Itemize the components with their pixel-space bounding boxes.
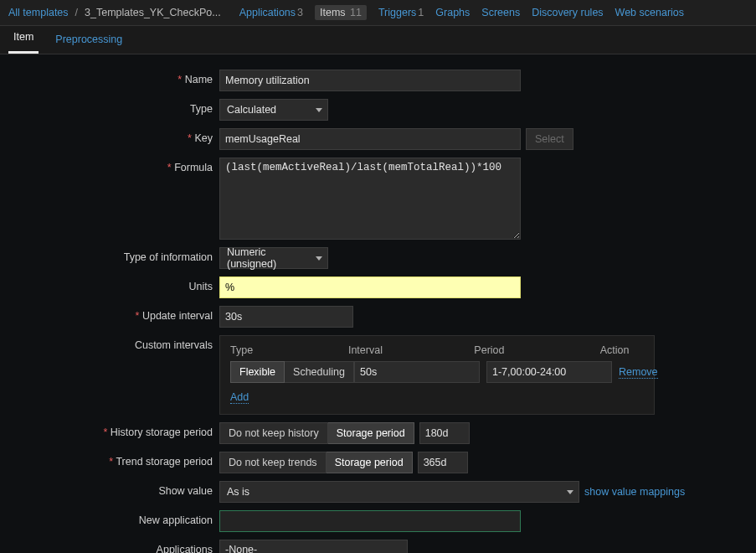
type-select[interactable]: Calculated: [219, 99, 328, 121]
label-name: Name: [8, 70, 219, 85]
intervals-head-action: Action: [600, 344, 644, 356]
formula-textarea[interactable]: (last(memActiveReal)/last(memTotalReal))…: [219, 158, 521, 240]
label-key: Key: [8, 128, 219, 144]
tab-bar: Item Preprocessing: [0, 26, 756, 54]
interval-type-scheduling[interactable]: Scheduling: [285, 361, 354, 383]
nav-triggers[interactable]: Triggers1: [378, 7, 424, 18]
nav-applications[interactable]: Applications3: [239, 7, 303, 18]
item-form: Name Type Calculated Key Select Formula …: [0, 54, 756, 553]
applications-option[interactable]: -None-: [222, 542, 405, 553]
nav-graphs[interactable]: Graphs: [435, 7, 470, 18]
show-value-mappings-link[interactable]: show value mappings: [584, 486, 685, 498]
template-nav: Applications3 Items 11 Triggers1 Graphs …: [239, 5, 684, 20]
tab-preprocessing[interactable]: Preprocessing: [50, 27, 127, 54]
history-storage-period-button[interactable]: Storage period: [328, 422, 414, 444]
interval-remove-link[interactable]: Remove: [619, 366, 658, 379]
history-no-keep-button[interactable]: Do not keep history: [219, 422, 328, 444]
label-formula: Formula: [8, 158, 219, 173]
update-interval-input[interactable]: [219, 306, 353, 328]
interval-value-input[interactable]: [354, 361, 480, 383]
select-key-button: Select: [526, 128, 573, 150]
show-value-select[interactable]: As is: [219, 481, 579, 503]
label-trend: Trend storage period: [8, 452, 219, 468]
interval-period-input[interactable]: [486, 361, 612, 383]
interval-type-flexible[interactable]: Flexible: [230, 361, 285, 383]
breadcrumb-all-templates[interactable]: All templates: [8, 7, 69, 18]
nav-discovery[interactable]: Discovery rules: [532, 7, 603, 18]
label-units: Units: [8, 276, 219, 292]
nav-screens[interactable]: Screens: [481, 7, 520, 18]
trend-storage-period-button[interactable]: Storage period: [327, 452, 413, 473]
custom-intervals-box: Type Interval Period Action Flexible Sch…: [219, 335, 655, 415]
interval-row: Flexible Scheduling Remove: [230, 361, 644, 383]
new-application-input[interactable]: [219, 510, 521, 532]
trend-value-input[interactable]: [418, 452, 468, 473]
label-custom-intervals: Custom intervals: [8, 335, 219, 351]
label-update-interval: Update interval: [8, 306, 219, 322]
chevron-down-icon: [316, 256, 322, 261]
trend-no-keep-button[interactable]: Do not keep trends: [219, 452, 327, 473]
label-new-application: New application: [8, 510, 219, 526]
units-input[interactable]: [219, 276, 521, 298]
applications-listbox[interactable]: -None-CP CPUCP GeneralCP Memory: [219, 540, 408, 553]
intervals-head-interval: Interval: [348, 344, 467, 356]
type-of-information-select[interactable]: Numeric (unsigned): [219, 247, 328, 269]
label-type-of-information: Type of information: [8, 247, 219, 263]
nav-items[interactable]: Items 11: [315, 5, 367, 20]
name-input[interactable]: [219, 70, 521, 91]
tab-item[interactable]: Item: [8, 24, 39, 54]
nav-web-scenarios[interactable]: Web scenarios: [615, 7, 684, 18]
chevron-down-icon: [316, 108, 322, 112]
chevron-down-icon: [567, 490, 573, 494]
history-value-input[interactable]: [419, 422, 470, 444]
label-applications: Applications: [8, 540, 219, 553]
header-bar: All templates / 3_Templates_YK_CheckPo..…: [0, 0, 756, 26]
key-input[interactable]: [219, 128, 521, 150]
label-history: History storage period: [8, 422, 219, 438]
breadcrumb-separator: /: [72, 7, 81, 18]
interval-add-link[interactable]: Add: [230, 391, 249, 404]
intervals-head-period: Period: [474, 344, 593, 356]
label-type: Type: [8, 99, 219, 115]
label-show-value: Show value: [8, 481, 219, 497]
intervals-head-type: Type: [230, 344, 342, 356]
breadcrumb-template: 3_Templates_YK_CheckPo...: [85, 7, 221, 18]
